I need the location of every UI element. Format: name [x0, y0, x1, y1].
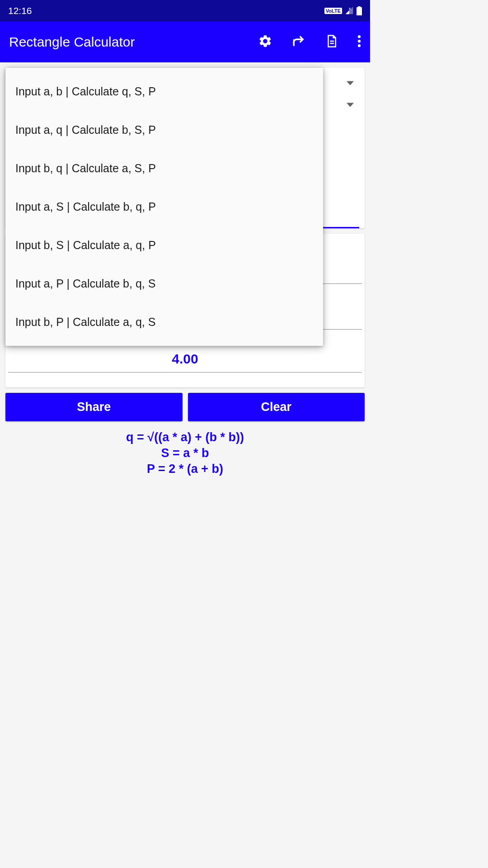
share-button[interactable]: Share — [5, 393, 183, 421]
svg-point-3 — [358, 40, 361, 42]
dropdown-option[interactable]: Input a, P | Calculate b, q, S — [5, 264, 323, 303]
share-icon — [291, 34, 306, 48]
more-button[interactable] — [357, 34, 361, 50]
output-divider — [8, 372, 362, 373]
mode-dropdown[interactable]: Input a, b | Calculate q, S, P Input a, … — [5, 68, 323, 346]
signal-icon — [345, 6, 354, 15]
document-button[interactable] — [325, 34, 338, 50]
svg-rect-1 — [358, 6, 361, 7]
dropdown-option[interactable]: Input b, q | Calculate a, S, P — [5, 149, 323, 188]
gear-icon — [258, 34, 272, 48]
svg-point-4 — [358, 44, 361, 47]
volte-badge: VoLTE — [324, 8, 342, 14]
app-actions — [258, 34, 361, 50]
more-vert-icon — [357, 34, 361, 48]
share-action-button[interactable] — [291, 34, 306, 50]
formula-p: P = 2 * (a + b) — [5, 461, 365, 477]
action-buttons: Share Clear — [5, 393, 365, 421]
dropdown-option[interactable]: Input b, P | Calculate a, q, S — [5, 303, 323, 341]
svg-rect-0 — [357, 7, 362, 15]
formula-q: q = √((a * a) + (b * b)) — [5, 429, 365, 445]
formula-display: q = √((a * a) + (b * b)) S = a * b P = 2… — [5, 429, 365, 477]
battery-icon — [357, 6, 362, 15]
clear-button[interactable]: Clear — [188, 393, 365, 421]
dropdown-option[interactable]: Input a, q | Calculate b, S, P — [5, 111, 323, 149]
status-bar: 12:16 VoLTE x — [0, 0, 370, 22]
formula-s: S = a * b — [5, 445, 365, 461]
signal-group: x — [345, 7, 354, 15]
app-title: Rectangle Calculator — [9, 34, 258, 50]
dropdown-option[interactable]: Input b, S | Calculate a, q, P — [5, 226, 323, 264]
status-icons: VoLTE x — [324, 6, 362, 15]
settings-button[interactable] — [258, 34, 272, 50]
dropdown-option[interactable]: Input a, b | Calculate q, S, P — [5, 72, 323, 111]
app-bar: Rectangle Calculator — [0, 22, 370, 62]
dropdown-option[interactable]: Input a, S | Calculate b, q, P — [5, 188, 323, 226]
status-time: 12:16 — [8, 5, 324, 16]
perimeter-value: 4.00 — [10, 346, 360, 372]
svg-point-2 — [358, 35, 361, 38]
document-icon — [325, 34, 338, 48]
